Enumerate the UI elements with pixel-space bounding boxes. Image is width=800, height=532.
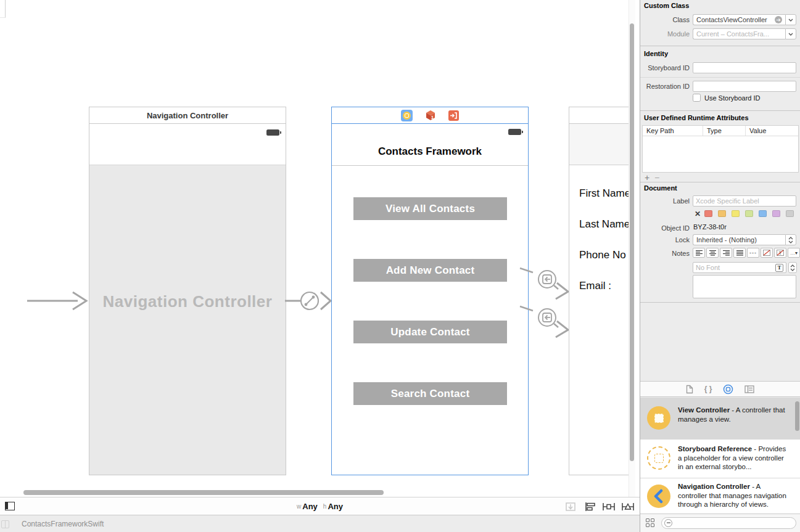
first-name-label[interactable]: First Name: [579, 187, 630, 200]
storyboard-reference-library-icon: [647, 446, 670, 470]
module-value: Current – ContactsFra...: [693, 28, 785, 39]
size-class-control[interactable]: wAny hAny: [0, 497, 640, 515]
scene-title-bar[interactable]: [569, 107, 635, 124]
storyboard-id-field[interactable]: [693, 62, 796, 73]
media-library-tab[interactable]: [744, 385, 754, 393]
library-item-name: View Controller: [678, 406, 730, 414]
color-swatch-orange[interactable]: [718, 210, 726, 217]
canvas-corner: [0, 0, 6, 18]
navigation-controller-view[interactable]: Navigation Controller: [89, 165, 286, 475]
resolve-layout-issues-icon[interactable]: [621, 501, 635, 512]
scene-contact-form[interactable]: First Name Last Name Phone No : Email :: [569, 107, 635, 475]
xcode-interface-builder: Navigation Controller Navigation Control…: [0, 0, 800, 532]
library-item-name: Storyboard Reference: [678, 445, 752, 452]
library-tab-bar: { }: [640, 381, 800, 397]
add-new-contact-button[interactable]: Add New Contact: [353, 259, 507, 282]
section-divider: [640, 302, 800, 303]
library-item-navigation-controller[interactable]: Navigation Controller - A controller tha…: [640, 478, 800, 514]
type-column-header: Type: [703, 126, 746, 136]
align-right-icon[interactable]: [720, 248, 732, 258]
restoration-id-field[interactable]: [693, 81, 796, 92]
project-icon: [1, 520, 9, 528]
dashes-icon[interactable]: ---: [747, 248, 759, 258]
update-contact-button[interactable]: Update Contact: [353, 321, 507, 343]
editor-bottom-bar: wAny hAny: [0, 497, 640, 515]
library-item-view-controller[interactable]: View Controller - A controller that mana…: [640, 398, 800, 439]
library-bottom-bar: [640, 514, 800, 532]
nav-bar-area[interactable]: [89, 124, 286, 165]
storyboard-canvas[interactable]: Navigation Controller Navigation Control…: [0, 0, 640, 497]
notes-textarea[interactable]: [693, 275, 796, 298]
runtime-attributes-table[interactable]: Key Path Type Value: [642, 125, 799, 173]
library-item-storyboard-reference[interactable]: Storyboard Reference - Provides a placeh…: [640, 439, 800, 478]
module-dropdown-icon[interactable]: [785, 28, 796, 39]
scene-title-bar[interactable]: Navigation Controller: [89, 107, 286, 124]
view-controller-icon[interactable]: [401, 110, 413, 121]
align-icon[interactable]: [583, 501, 596, 512]
remove-attribute-button[interactable]: −: [654, 174, 659, 181]
more-formats-icon[interactable]: …▾: [788, 248, 800, 258]
font-stepper-icon[interactable]: [788, 262, 797, 273]
clear-color-button[interactable]: ✕: [695, 210, 701, 218]
color-swatch-red[interactable]: [704, 210, 712, 217]
no-text-color-icon[interactable]: T: [774, 248, 786, 258]
root-view-controller-segue[interactable]: [285, 290, 332, 311]
lock-stepper-icon[interactable]: [785, 234, 796, 245]
use-storyboard-id-checkbox[interactable]: [693, 94, 701, 102]
color-swatch-gray[interactable]: [786, 210, 794, 217]
height-key: h: [323, 503, 327, 510]
library-filter-field[interactable]: [661, 517, 796, 529]
view-controller-library-icon: [647, 406, 670, 430]
color-swatch-blue[interactable]: [759, 210, 767, 217]
phone-no-label[interactable]: Phone No :: [579, 249, 632, 261]
font-picker-icon[interactable]: T: [775, 264, 783, 272]
show-segue-1[interactable]: [520, 263, 571, 301]
no-fill-color-icon[interactable]: [761, 248, 773, 258]
show-segue-2[interactable]: [520, 301, 571, 340]
add-attribute-button[interactable]: +: [645, 174, 649, 181]
object-library-tab-selected[interactable]: [723, 384, 733, 395]
lock-label: Lock: [640, 234, 690, 245]
align-left-icon[interactable]: [693, 248, 705, 258]
navigation-bar-title: Contacts Framework: [332, 145, 528, 158]
module-popup[interactable]: Current – ContactsFra...: [693, 28, 796, 39]
lock-popup[interactable]: Inherited - (Nothing): [693, 234, 796, 245]
scene-contacts-framework[interactable]: 1 Contacts Framework View All Contacts A…: [331, 107, 529, 475]
justify-icon[interactable]: [733, 248, 746, 258]
object-library-list: View Controller - A controller that mana…: [640, 398, 800, 514]
align-center-icon[interactable]: [706, 248, 719, 258]
canvas-vertical-scrollbar[interactable]: [630, 23, 634, 461]
color-swatch-purple[interactable]: [772, 210, 780, 217]
first-responder-icon[interactable]: 1: [425, 110, 436, 121]
navigation-controller-library-icon: [647, 485, 670, 508]
jump-to-class-icon[interactable]: ➔: [775, 16, 782, 23]
file-template-library-tab[interactable]: [686, 385, 693, 394]
email-label[interactable]: Email :: [579, 280, 611, 292]
update-frames-icon[interactable]: [564, 501, 577, 512]
font-field[interactable]: No Font T: [693, 262, 786, 273]
last-name-label[interactable]: Last Name: [579, 218, 630, 231]
search-contact-button[interactable]: Search Contact: [353, 382, 507, 405]
color-swatch-green[interactable]: [745, 210, 753, 217]
class-popup[interactable]: ContactsViewController ➔: [693, 14, 796, 25]
class-dropdown-icon[interactable]: [785, 14, 796, 25]
add-constraints-icon[interactable]: [602, 501, 616, 512]
canvas-horizontal-scrollbar[interactable]: [23, 490, 384, 495]
navigation-bar-divider: [332, 165, 528, 166]
view-all-contacts-button[interactable]: View All Contacts: [353, 197, 507, 220]
width-key: w: [297, 503, 301, 510]
restoration-id-label: Restoration ID: [640, 81, 690, 92]
document-label-field[interactable]: [693, 195, 796, 207]
exit-segue-icon[interactable]: [448, 110, 459, 121]
auto-layout-buttons: [564, 501, 635, 512]
library-grid-view-icon[interactable]: [646, 518, 656, 528]
initial-view-controller-arrow[interactable]: [23, 290, 90, 311]
library-scrollbar[interactable]: [795, 401, 799, 431]
color-swatch-yellow[interactable]: [732, 210, 740, 217]
font-stepper[interactable]: [788, 262, 797, 273]
scene-navigation-controller[interactable]: Navigation Controller Navigation Control…: [89, 107, 286, 475]
keypath-column-header: Key Path: [643, 126, 703, 136]
document-header: Document: [644, 184, 677, 192]
runtime-attributes-header: User Defined Runtime Attributes: [644, 114, 749, 121]
code-snippet-library-tab[interactable]: { }: [704, 385, 712, 393]
